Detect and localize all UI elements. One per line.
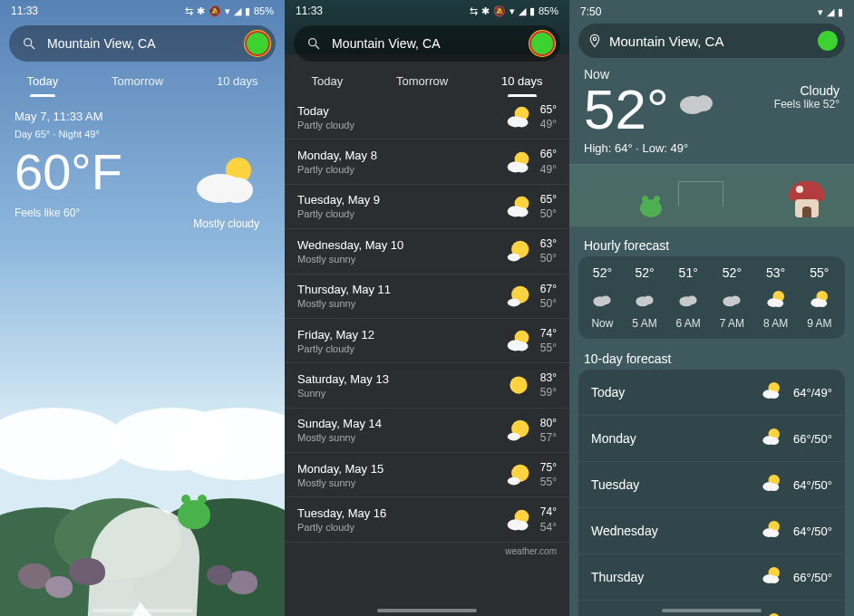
battery-icon: ▮ — [245, 5, 250, 17]
forecast-row[interactable]: Wednesday, May 10 Mostly sunny 63° 50° — [285, 229, 569, 274]
attribution: weather.com — [285, 543, 569, 560]
forecast-row[interactable]: Monday, May 15 Mostly sunny 75° 55° — [285, 453, 569, 497]
battery-pct: 85% — [539, 5, 558, 16]
cloudy-icon — [677, 303, 699, 317]
svg-point-17 — [508, 254, 520, 262]
tenday-row[interactable]: Tuesday 64°/50° — [578, 462, 845, 508]
hourly-temp: 52° — [720, 265, 744, 280]
search-box[interactable]: Mountain View, CA — [9, 25, 276, 62]
tab-tomorrow[interactable]: Tomorrow — [106, 67, 169, 95]
tenday-row[interactable]: Wednesday 64°/50° — [578, 508, 845, 554]
home-indicator[interactable] — [662, 609, 762, 612]
tabs: Today Tomorrow 10 days — [0, 67, 285, 95]
hourly-hour: 5 AM — [632, 317, 656, 330]
hourly-cell[interactable]: 51° 6 AM — [676, 265, 701, 330]
tenday-forecast[interactable]: Today 64°/49°Monday 66°/50°Tuesday 64°/5… — [578, 370, 845, 616]
hourly-cell[interactable]: 52° Now — [591, 265, 613, 330]
tenday-day: Tuesday — [591, 477, 750, 492]
home-indicator[interactable] — [92, 609, 192, 612]
signal-icon: ◢ — [827, 6, 834, 18]
svg-point-12 — [515, 162, 528, 172]
tenday-row[interactable]: Thursday 66°/50° — [578, 554, 845, 601]
tenday-row[interactable]: Monday 66°/50° — [578, 416, 845, 462]
forecast-low: 59° — [540, 385, 557, 399]
forecast-low: 55° — [540, 475, 557, 489]
forecast-day: Wednesday, May 10 — [297, 238, 497, 252]
tab-today[interactable]: Today — [21, 67, 63, 95]
tab-today[interactable]: Today — [306, 67, 348, 95]
forecast-low: 54° — [540, 520, 557, 534]
tab-tomorrow[interactable]: Tomorrow — [391, 67, 453, 95]
forecast-condition: Partly cloudy — [297, 522, 497, 533]
condition-text: Cloudy — [774, 83, 839, 98]
tenday-day: Thursday — [591, 570, 750, 584]
tenday-range: 66°/50° — [793, 571, 832, 584]
svg-point-56 — [769, 484, 779, 491]
day-night-temps: Day 65° · Night 49° — [15, 129, 270, 140]
hourly-title: Hourly forecast — [569, 231, 854, 256]
tenday-row[interactable]: Today 64°/49° — [578, 370, 845, 416]
hourly-cell[interactable]: 53° 8 AM — [763, 265, 788, 330]
now-block: Now 52° Cloudy Feels like 52° High: 64° … — [569, 62, 854, 159]
forecast-row[interactable]: Today Partly cloudy 65° 49° — [285, 95, 569, 140]
forecast-row[interactable]: Tuesday, May 9 Partly cloudy 65° 50° — [285, 185, 569, 229]
home-indicator[interactable] — [377, 609, 477, 612]
privacy-indicator-icon — [529, 31, 555, 56]
condition-text: Mostly cloudy — [193, 217, 259, 230]
svg-point-41 — [731, 296, 741, 305]
forecast-row[interactable]: Friday, May 12 Partly cloudy 74° 55° — [285, 319, 569, 363]
forecast-row[interactable]: Sunday, May 14 Mostly sunny 80° 57° — [285, 409, 569, 453]
forecast-high: 66° — [540, 147, 557, 161]
forecast-row[interactable]: Saturday, May 13 Sunny 83° 59° — [285, 363, 569, 408]
forecast-condition: Sunny — [297, 388, 497, 399]
feels-like: Feels like 52° — [774, 98, 839, 111]
svg-point-37 — [644, 296, 654, 305]
landscape-illustration — [0, 380, 285, 616]
hourly-forecast[interactable]: 52° Now52° 5 AM51° 6 AM52° 7 AM53° 8 AM5… — [578, 256, 845, 339]
tab-tendays[interactable]: 10 days — [496, 67, 548, 95]
forecast-low: 57° — [540, 430, 557, 445]
status-time: 7:50 — [580, 5, 601, 18]
pin-icon — [587, 34, 602, 48]
forecast-day: Tuesday, May 9 — [297, 193, 497, 207]
svg-point-44 — [773, 300, 783, 307]
location-pill[interactable]: Mountain View, CA — [578, 24, 845, 58]
forecast-day: Friday, May 12 — [297, 328, 497, 342]
search-box[interactable]: Mountain View, CA — [294, 25, 560, 62]
partly-cloudy-icon — [506, 194, 531, 219]
forecast-row[interactable]: Monday, May 8 Partly cloudy 66° 49° — [285, 140, 569, 184]
partly-cloudy-icon — [809, 303, 830, 317]
forecast-day: Today — [297, 104, 497, 118]
svg-point-22 — [515, 342, 528, 351]
partly-cloudy-icon — [506, 149, 531, 175]
hourly-cell[interactable]: 55° 9 AM — [807, 265, 831, 330]
tab-tendays[interactable]: 10 days — [211, 67, 264, 95]
hourly-temp: 51° — [676, 265, 701, 280]
mostly-sunny-icon — [506, 284, 531, 309]
forecast-condition: Partly cloudy — [297, 120, 497, 130]
forecast-row[interactable]: Thursday, May 11 Mostly sunny 67° 50° — [285, 274, 569, 319]
partly-cloudy-icon — [506, 507, 531, 533]
partly-cloudy-icon — [765, 303, 787, 317]
forecast-low: 55° — [540, 341, 557, 355]
partly-cloudy-icon — [506, 104, 531, 130]
svg-point-62 — [769, 576, 779, 583]
forecast-condition: Mostly sunny — [297, 477, 497, 488]
hourly-cell[interactable]: 52° 7 AM — [720, 265, 744, 330]
search-icon — [306, 36, 321, 51]
frog-character-icon — [640, 199, 662, 217]
svg-point-9 — [515, 118, 528, 128]
tenday-range: 64°/49° — [793, 386, 832, 399]
partly-cloudy-icon — [750, 380, 793, 404]
condition-block: Mostly cloudy — [193, 154, 259, 230]
forecast-condition: Partly cloudy — [297, 343, 497, 354]
condition-block: Cloudy Feels like 52° — [774, 83, 839, 111]
forecast-list[interactable]: Today Partly cloudy 65° 49° Monday, May … — [285, 95, 569, 543]
cast-icon: ⇆ — [185, 5, 193, 17]
pane-tendays: 11:33 ⇆ ✱ 🔕 ▾ ◢ ▮ 85% Mountain View, CA … — [285, 0, 569, 616]
signal-icon: ◢ — [234, 5, 241, 17]
forecast-row[interactable]: Tuesday, May 16 Partly cloudy 74° 54° — [285, 497, 569, 542]
hourly-hour: 7 AM — [720, 317, 744, 330]
forecast-high: 63° — [540, 236, 557, 251]
hourly-cell[interactable]: 52° 5 AM — [632, 265, 656, 330]
